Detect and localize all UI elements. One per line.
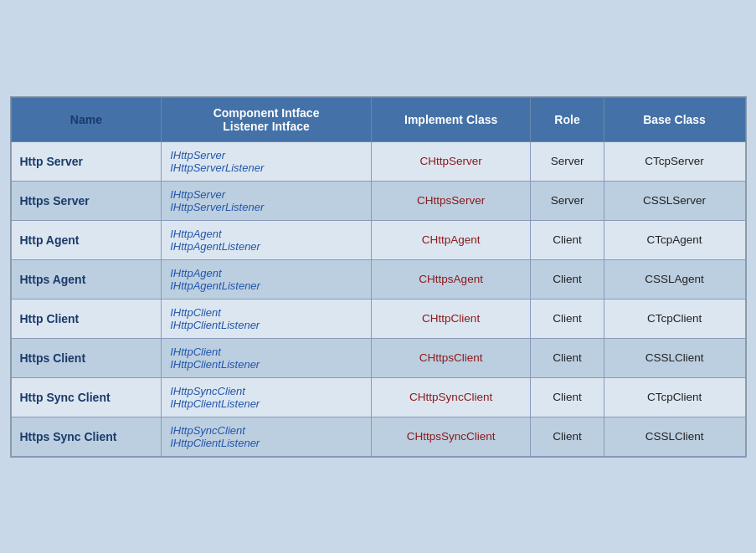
base-value: CTcpServer <box>645 155 704 167</box>
base-value: CTcpAgent <box>647 233 702 246</box>
implement-value: CHttpsClient <box>419 351 483 364</box>
implement-value: CHttpSyncClient <box>409 391 492 403</box>
cell-implement: CHttpServer <box>371 141 531 181</box>
header-base: Base Class <box>604 97 745 141</box>
iface-line-2: IHttpAgentListener <box>170 279 363 292</box>
cell-interfaces: IHttpSyncClient IHttpClientListener <box>162 377 372 417</box>
cell-name: Http Client <box>11 299 162 338</box>
cell-interfaces: IHttpAgent IHttpAgentListener <box>162 220 372 259</box>
cell-base: CTcpServer <box>604 141 745 181</box>
cell-base: CTcpAgent <box>604 220 745 259</box>
iface-line-1: IHttpAgent <box>170 228 363 240</box>
base-value: CSSLAgent <box>645 273 704 285</box>
cell-role: Client <box>531 299 604 338</box>
iface-line-2: IHttpServerListener <box>170 201 363 213</box>
implement-value: CHttpClient <box>422 312 480 325</box>
table-row: Http Sync Client IHttpSyncClient IHttpCl… <box>11 377 745 417</box>
table-row: Https Server IHttpServer IHttpServerList… <box>11 181 745 220</box>
cell-role: Client <box>531 417 604 456</box>
cell-name: Https Server <box>11 181 162 220</box>
table-row: Https Agent IHttpAgent IHttpAgentListene… <box>11 259 745 299</box>
header-name: Name <box>11 97 162 141</box>
cell-role: Server <box>531 141 604 181</box>
iface-line-2: IHttpServerListener <box>170 161 363 174</box>
cell-name: Https Client <box>11 338 162 377</box>
implement-value: CHttpsServer <box>417 194 485 207</box>
role-value: Client <box>553 233 582 246</box>
cell-role: Server <box>531 181 604 220</box>
cell-interfaces: IHttpClient IHttpClientListener <box>162 299 372 338</box>
iface-line-2: IHttpAgentListener <box>170 240 363 253</box>
cell-implement: CHttpsSyncClient <box>371 417 531 456</box>
implement-value: CHttpAgent <box>422 233 481 246</box>
base-value: CTcpClient <box>647 312 702 325</box>
header-implement: Implement Class <box>371 97 531 141</box>
cell-interfaces: IHttpClient IHttpClientListener <box>162 338 372 377</box>
cell-base: CSSLClient <box>604 417 745 456</box>
base-value: CSSLClient <box>645 430 704 443</box>
main-table-wrapper: Name Component Intface Listener Intface … <box>10 96 747 458</box>
header-row: Name Component Intface Listener Intface … <box>11 97 745 141</box>
cell-name: Https Agent <box>11 259 162 299</box>
cell-name: Https Sync Client <box>11 417 162 456</box>
table-row: Http Agent IHttpAgent IHttpAgentListener… <box>11 220 745 259</box>
header-interfaces: Component Intface Listener Intface <box>162 97 372 141</box>
cell-base: CTcpClient <box>604 377 745 417</box>
cell-implement: CHttpAgent <box>371 220 531 259</box>
cell-base: CSSLClient <box>604 338 745 377</box>
iface-line-1: IHttpSyncClient <box>170 385 363 397</box>
cell-role: Client <box>531 338 604 377</box>
header-role: Role <box>531 97 604 141</box>
cell-role: Client <box>531 220 604 259</box>
role-value: Client <box>553 351 582 364</box>
table-row: Https Client IHttpClient IHttpClientList… <box>11 338 745 377</box>
role-value: Client <box>553 391 582 403</box>
cell-interfaces: IHttpServer IHttpServerListener <box>162 141 372 181</box>
cell-base: CSSLServer <box>604 181 745 220</box>
base-value: CSSLClient <box>645 351 704 364</box>
base-value: CTcpClient <box>647 391 702 403</box>
cell-role: Client <box>531 259 604 299</box>
iface-line-2: IHttpClientListener <box>170 397 363 410</box>
table-row: Https Sync Client IHttpSyncClient IHttpC… <box>11 417 745 456</box>
implement-value: CHttpServer <box>419 155 481 167</box>
cell-name: Http Sync Client <box>11 377 162 417</box>
role-value: Client <box>553 430 582 443</box>
implement-value: CHttpsSyncClient <box>407 430 496 443</box>
role-value: Client <box>553 312 582 325</box>
iface-line-2: IHttpClientListener <box>170 358 363 371</box>
base-value: CSSLServer <box>643 194 706 207</box>
cell-base: CTcpClient <box>604 299 745 338</box>
role-value: Server <box>551 155 584 167</box>
iface-line-1: IHttpSyncClient <box>170 424 363 437</box>
cell-interfaces: IHttpSyncClient IHttpClientListener <box>162 417 372 456</box>
cell-implement: CHttpsServer <box>371 181 531 220</box>
iface-line-1: IHttpClient <box>170 346 363 358</box>
cell-name: Http Agent <box>11 220 162 259</box>
iface-line-2: IHttpClientListener <box>170 437 363 449</box>
cell-role: Client <box>531 377 604 417</box>
cell-implement: CHttpsClient <box>371 338 531 377</box>
iface-line-2: IHttpClientListener <box>170 319 363 331</box>
iface-line-1: IHttpClient <box>170 306 363 319</box>
component-table: Name Component Intface Listener Intface … <box>11 97 746 457</box>
table-row: Http Server IHttpServer IHttpServerListe… <box>11 141 745 181</box>
table-row: Http Client IHttpClient IHttpClientListe… <box>11 299 745 338</box>
iface-line-1: IHttpServer <box>170 188 363 201</box>
cell-implement: CHttpSyncClient <box>371 377 531 417</box>
iface-line-1: IHttpServer <box>170 149 363 161</box>
cell-base: CSSLAgent <box>604 259 745 299</box>
role-value: Server <box>551 194 584 207</box>
cell-implement: CHttpClient <box>371 299 531 338</box>
implement-value: CHttpsAgent <box>419 273 483 285</box>
cell-interfaces: IHttpServer IHttpServerListener <box>162 181 372 220</box>
cell-name: Http Server <box>11 141 162 181</box>
iface-line-1: IHttpAgent <box>170 267 363 279</box>
cell-interfaces: IHttpAgent IHttpAgentListener <box>162 259 372 299</box>
cell-implement: CHttpsAgent <box>371 259 531 299</box>
role-value: Client <box>553 273 582 285</box>
